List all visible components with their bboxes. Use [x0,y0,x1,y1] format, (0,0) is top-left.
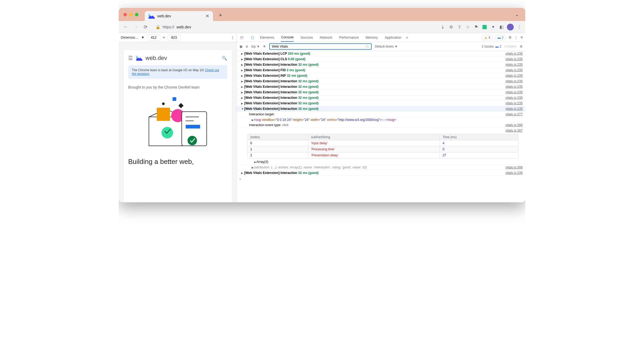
console-row[interactable]: ▶ [Web Vitals Extension] Interaction 32 … [237,170,525,176]
console-row[interactable]: ▶[Web Vitals Extension] INP 32 ms (good)… [237,73,525,79]
live-expression-icon[interactable]: 👁 [263,45,266,48]
log-source-link[interactable]: vitals.js:235 [506,107,523,111]
settings-icon[interactable]: ⚙ [508,35,512,39]
log-source-link[interactable]: vitals.js:235 [506,68,523,72]
expand-icon[interactable]: ▶ [241,80,244,83]
log-source-link[interactable]: vitals.js:235 [506,171,523,175]
console-row[interactable]: ▶[Web Vitals Extension] Interaction 32 m… [237,95,525,101]
collapse-icon[interactable]: ▼ [241,107,244,110]
expand-icon[interactable]: ▶ [241,58,244,61]
log-source-link[interactable]: vitals.js:235 [506,79,523,83]
devtools-tab-memory[interactable]: Memory [366,33,378,42]
devtools-tab-network[interactable]: Network [320,33,333,42]
log-source-link[interactable]: vitals.js:235 [506,90,523,94]
more-tabs-icon[interactable]: » [406,35,408,39]
tabs-chevron-icon[interactable]: ⌄ [515,12,521,17]
minimize-window-button[interactable] [129,13,133,16]
console-row[interactable]: ▶[Web Vitals Extension] Interaction 32 m… [237,90,525,95]
console-row[interactable]: ▶[Web Vitals Extension] Interaction 32 m… [237,101,525,106]
log-source-link[interactable]: vitals.js:235 [506,63,523,66]
inspect-icon[interactable]: ◰ [239,35,245,40]
devtools-tab-application[interactable]: Application [385,33,402,42]
forward-button[interactable]: → [132,23,139,31]
log-metric: Interaction [281,107,297,111]
expand-icon[interactable]: ▶ [241,69,244,72]
device-more-icon[interactable]: ⋮ [231,35,235,39]
expand-icon[interactable]: ▶ [241,63,244,66]
messages-badge[interactable]: ▬2 [495,35,506,40]
devtools-tab-console[interactable]: Console [281,33,294,42]
console-row[interactable]: ▶[Web Vitals Extension] Interaction 32 m… [237,84,525,90]
clear-filter-icon[interactable]: ⓧ [365,44,369,49]
close-window-button[interactable] [123,13,127,16]
log-source-link[interactable]: vitals.js:235 [506,74,523,78]
filter-input[interactable] [272,44,365,48]
log-source-link[interactable]: vitals.js:235 [506,101,523,105]
log-source-link[interactable]: vitals.js:235 [506,57,523,61]
viewport-width-input[interactable] [147,35,160,40]
back-button[interactable]: ← [122,23,129,31]
console-row[interactable]: ▶[Web Vitals Extension] FID 2 ms (good)v… [237,68,525,73]
clear-console-icon[interactable]: ⊘ [246,45,248,48]
reload-button[interactable]: ⟳ [142,23,149,31]
console-row[interactable]: ▶[Web Vitals Extension] LCP 203 ms (good… [237,51,525,56]
expand-icon[interactable]: ▶ [254,161,256,163]
context-selector[interactable]: top ▼ [251,45,260,48]
console-row[interactable]: ▶[Web Vitals Extension] CLS 0.00 (good)v… [237,56,525,62]
browser-menu-icon[interactable]: ⋮ [516,24,522,30]
expand-icon[interactable]: ▶ [252,118,254,121]
log-source-link[interactable]: vitals.js:277 [506,112,523,116]
expand-icon[interactable]: ▶ [241,91,244,94]
log-source-link[interactable]: vitals.js:287 [506,129,523,132]
expand-icon[interactable]: ▶ [241,74,244,77]
device-toggle-icon[interactable]: ▢ [250,35,255,40]
console-row[interactable]: ▶[Web Vitals Extension] Interaction 32 m… [237,79,525,84]
share-icon[interactable]: ⇧ [456,24,462,30]
log-source-link[interactable]: vitals.js:235 [506,52,523,55]
zoom-icon[interactable]: ⊖ [448,24,454,30]
flag-icon[interactable]: ⚑ [473,24,479,30]
dimensions-dropdown-icon[interactable]: ▼ [141,35,144,39]
console-settings-icon[interactable]: ⚙ [520,45,523,48]
log-source-link[interactable]: vitals.js:235 [506,96,523,100]
expand-icon[interactable]: ▶ [241,102,244,105]
viewport-height-input[interactable] [168,35,181,40]
sidepanel-icon[interactable]: ◧ [498,24,504,30]
bookmark-icon[interactable]: ☆ [465,24,471,30]
log-svg-element[interactable]: ▶<svg viewBox="0 0 24 24" height="24" wi… [237,117,525,122]
browser-tab[interactable]: web.dev ✕ [145,11,213,21]
dimensions-label[interactable]: Dimensio… [121,35,138,39]
fullscreen-window-button[interactable] [135,13,138,16]
log-source-link[interactable]: vitals.js:308 [506,166,523,169]
devtools-tab-performance[interactable]: Performance [339,33,359,42]
url-bar[interactable]: 🔒 https://web.dev [152,23,437,31]
log-source-link[interactable]: vitals.js:235 [506,85,523,89]
toggle-sidebar-icon[interactable]: ▣ [240,45,242,48]
extension-webvitals-icon[interactable] [482,24,487,30]
expand-icon[interactable]: ▶ [241,172,244,174]
close-devtools-icon[interactable]: ✕ [520,35,523,39]
console-row[interactable]: ▶[Web Vitals Extension] Interaction 32 m… [237,62,525,68]
devtools-tab-elements[interactable]: Elements [260,33,274,42]
warnings-badge[interactable]: ▲4 [482,35,493,40]
issues-counter[interactable]: 2 Issues: ▬2 [482,45,501,48]
devtools-tab-sources[interactable]: Sources [300,33,313,42]
new-tab-button[interactable]: + [216,12,225,19]
console-prompt[interactable]: › [237,176,525,182]
extensions-puzzle-icon[interactable]: ✦ [490,24,496,30]
log-attribution[interactable]: ▶{attribution: {…}, entries: Array(1), n… [237,165,525,170]
search-icon[interactable]: 🔍 [222,56,227,61]
console-row-expanded[interactable]: ▼ [Web Vitals Extension] Interaction 32 … [237,106,525,112]
expand-icon[interactable]: ▶ [241,96,244,99]
expand-icon[interactable]: ▶ [241,85,244,88]
array-label[interactable]: Array(3) [256,160,268,164]
close-tab-button[interactable]: ✕ [205,13,209,19]
profile-avatar[interactable] [507,24,514,30]
menu-icon[interactable]: ☰ [128,55,133,61]
expand-icon[interactable]: ▶ [241,52,244,55]
levels-selector[interactable]: Default levels ▼ [375,45,398,48]
expand-icon[interactable]: ▶ [252,166,254,169]
install-pwa-icon[interactable]: ⤓ [440,24,445,30]
devtools-menu-icon[interactable]: ⋮ [514,35,518,39]
log-source-link[interactable]: vitals.js:280 [506,123,523,127]
